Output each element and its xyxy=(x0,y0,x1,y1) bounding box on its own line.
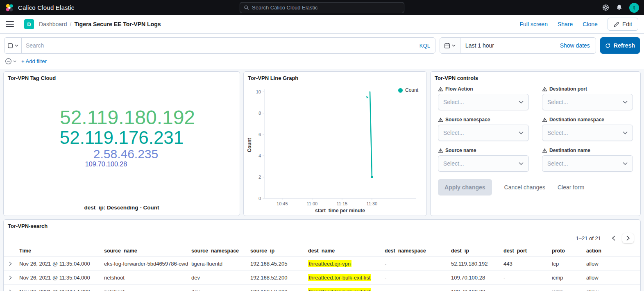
cell-dest_port: - xyxy=(500,271,549,285)
next-page-button[interactable] xyxy=(622,233,634,243)
search-results-panel: Tor-VPN-search 1–21 of 21 Timesource_nam… xyxy=(3,219,641,291)
help-icon[interactable] xyxy=(602,4,609,11)
chevron-down-icon xyxy=(519,131,524,134)
column-header-dest_port[interactable]: dest_port xyxy=(500,245,549,257)
control-label-text: Source namespace xyxy=(445,117,490,123)
time-range-value[interactable]: Last 1 hour xyxy=(460,42,560,49)
y-tick-label: 4 xyxy=(259,153,261,158)
control-select-flow-action[interactable]: Select... xyxy=(438,94,529,110)
y-tick-label: 0 xyxy=(259,196,261,201)
cell-proto: icmp xyxy=(549,271,583,285)
cell-dest_ip: 109.70.100.28 xyxy=(448,285,500,291)
breadcrumb: Dashboard / Tigera Secure EE Tor-VPN Log… xyxy=(39,21,161,27)
global-search-input[interactable] xyxy=(252,5,400,11)
control-field-source-name: Source nameSelect... xyxy=(438,148,529,172)
kql-language-button[interactable]: KQL xyxy=(415,43,435,49)
query-search-input[interactable] xyxy=(22,42,415,49)
column-header-proto[interactable]: proto xyxy=(549,245,583,257)
filter-icon[interactable] xyxy=(5,58,16,65)
calendar-icon[interactable] xyxy=(440,38,460,53)
highlighted-value: threatfeed.tor-bulk-exit-list xyxy=(308,274,371,281)
column-header-source_namespace[interactable]: source_namespace xyxy=(188,245,247,257)
tag-cloud-term[interactable]: 52.119.180.192 xyxy=(60,107,195,128)
control-label-text: Destination name xyxy=(549,148,590,153)
chart-legend[interactable]: Count xyxy=(398,87,418,93)
cell-source_namespace: tigera-fluentd xyxy=(188,257,247,271)
controls-grid: Flow ActionSelect...Destination portSele… xyxy=(431,84,640,178)
cell-source_name: eks-log-forwarder-5bd4659786-cwd2r xyxy=(101,257,188,271)
column-header-dest_name[interactable]: dest_name xyxy=(305,245,381,257)
control-label: Flow Action xyxy=(438,86,529,92)
edit-icon xyxy=(614,21,619,27)
control-label-text: Destination namespace xyxy=(549,117,604,123)
select-placeholder: Select... xyxy=(547,99,568,105)
previous-page-button[interactable] xyxy=(608,233,619,243)
control-select-source-namespace[interactable]: Select... xyxy=(438,125,529,141)
column-header-source_name[interactable]: source_name xyxy=(101,245,188,257)
chart-point xyxy=(371,176,373,178)
date-picker: Last 1 hour Show dates xyxy=(440,37,596,54)
clone-button[interactable]: Clone xyxy=(583,21,598,27)
cell-dest_port: - xyxy=(500,285,549,291)
share-button[interactable]: Share xyxy=(558,21,573,27)
edit-button[interactable]: Edit xyxy=(608,18,638,31)
query-input[interactable]: KQL xyxy=(4,37,435,54)
cell-time: Nov 26, 2021 @ 11:35:04.000 xyxy=(16,271,101,285)
warning-icon xyxy=(542,148,547,153)
control-select-destination-name[interactable]: Select... xyxy=(542,155,633,172)
column-header-source_ip[interactable]: source_ip xyxy=(247,245,305,257)
control-select-destination-namespace[interactable]: Select... xyxy=(542,125,633,141)
y-tick-label: 10 xyxy=(256,89,261,94)
table-row: Nov 26, 2021 @ 11:35:04.000eks-log-forwa… xyxy=(4,257,640,271)
line-graph-panel-title[interactable]: Tor-VPN Line Graph xyxy=(244,72,426,84)
line-chart: 024681010:4511:0011:1511:30start_time pe… xyxy=(246,85,425,215)
refresh-button[interactable]: Refresh xyxy=(600,37,640,54)
expand-row-button[interactable] xyxy=(4,271,16,285)
column-header-action[interactable]: action xyxy=(583,245,640,257)
expand-row-button[interactable] xyxy=(4,257,16,271)
column-header-time[interactable]: Time xyxy=(16,245,101,257)
select-placeholder: Select... xyxy=(443,99,464,105)
column-header-dest_ip[interactable]: dest_ip xyxy=(448,245,500,257)
tag-cloud-panel-title[interactable]: Tor-VPN Tag Cloud xyxy=(4,72,240,84)
control-field-flow-action: Flow ActionSelect... xyxy=(438,86,529,110)
control-select-source-name[interactable]: Select... xyxy=(438,155,529,172)
control-select-destination-port[interactable]: Select... xyxy=(542,94,633,110)
expand-column-header xyxy=(4,245,16,257)
select-placeholder: Select... xyxy=(547,130,568,136)
clear-form-button[interactable]: Clear form xyxy=(558,184,584,191)
warning-icon xyxy=(542,86,547,92)
chevron-down-icon xyxy=(623,100,628,104)
menu-icon[interactable] xyxy=(6,21,14,27)
dashboard-badge: D xyxy=(24,19,34,29)
line-graph-panel: Tor-VPN Line Graph Count 024681010:4511:… xyxy=(243,71,427,216)
search-panel-title[interactable]: Tor-VPN-search xyxy=(4,220,640,232)
highlighted-value: threatfeed.ejr-vpn xyxy=(308,260,351,267)
global-search[interactable] xyxy=(240,2,404,13)
tag-cloud-term[interactable]: 109.70.100.28 xyxy=(85,161,127,168)
full-screen-button[interactable]: Full screen xyxy=(519,21,547,27)
tag-cloud-term[interactable]: 2.58.46.235 xyxy=(93,148,158,161)
add-filter-button[interactable]: + Add filter xyxy=(21,58,47,64)
tag-cloud-term[interactable]: 52.119.176.231 xyxy=(60,128,184,148)
notifications-icon[interactable] xyxy=(616,4,623,11)
controls-panel-title[interactable]: Tor-VPN controls xyxy=(431,72,640,84)
expand-row-button[interactable] xyxy=(4,285,16,291)
dashboard-area: Tor-VPN Tag Cloud 52.119.180.19252.119.1… xyxy=(0,69,644,291)
controls-actions: Apply changes Cancel changes Clear form xyxy=(431,178,640,196)
cancel-changes-button[interactable]: Cancel changes xyxy=(504,184,545,191)
show-dates-button[interactable]: Show dates xyxy=(560,42,596,49)
saved-query-menu-icon[interactable] xyxy=(5,38,22,53)
filter-bar: + Add filter xyxy=(4,58,640,65)
cell-dest_name: threatfeed.tor-bulk-exit-list xyxy=(305,271,381,285)
breadcrumb-dashboard[interactable]: Dashboard xyxy=(39,21,67,27)
cell-dest_namespace: - xyxy=(381,257,448,271)
cell-source_name: netshoot xyxy=(101,271,188,285)
chevron-down-icon xyxy=(519,100,524,104)
cell-dest_name: threatfeed.tor-bulk-exit-list xyxy=(305,285,381,291)
user-avatar[interactable]: t xyxy=(629,3,639,13)
results-table: Timesource_namesource_namespacesource_ip… xyxy=(4,245,640,291)
apply-changes-button[interactable]: Apply changes xyxy=(438,179,492,196)
column-header-dest_namespace[interactable]: dest_namespace xyxy=(381,245,448,257)
elastic-logo-icon[interactable] xyxy=(5,3,14,12)
